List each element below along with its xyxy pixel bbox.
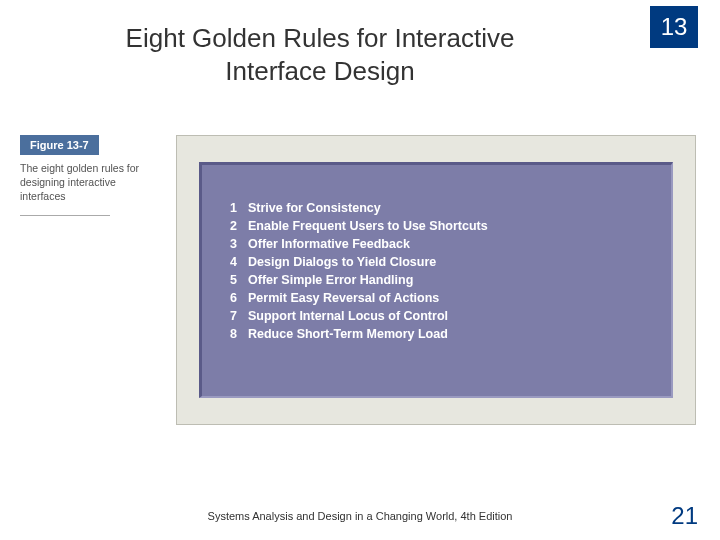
rule-number: 8 bbox=[230, 327, 248, 341]
rule-item: 2 Enable Frequent Users to Use Shortcuts bbox=[230, 219, 651, 233]
rule-item: 7 Support Internal Locus of Control bbox=[230, 309, 651, 323]
footer-text: Systems Analysis and Design in a Changin… bbox=[0, 510, 720, 522]
rule-number: 1 bbox=[230, 201, 248, 215]
rule-item: 8 Reduce Short-Term Memory Load bbox=[230, 327, 651, 341]
rule-text: Design Dialogs to Yield Closure bbox=[248, 255, 436, 269]
chapter-number-badge: 13 bbox=[650, 6, 698, 48]
rule-number: 2 bbox=[230, 219, 248, 233]
rule-number: 5 bbox=[230, 273, 248, 287]
rule-number: 4 bbox=[230, 255, 248, 269]
rule-item: 6 Permit Easy Reversal of Actions bbox=[230, 291, 651, 305]
rule-text: Permit Easy Reversal of Actions bbox=[248, 291, 439, 305]
rule-text: Reduce Short-Term Memory Load bbox=[248, 327, 448, 341]
figure-panel: 1 Strive for Consistency 2 Enable Freque… bbox=[176, 135, 696, 425]
rule-number: 6 bbox=[230, 291, 248, 305]
rule-number: 3 bbox=[230, 237, 248, 251]
rule-text: Strive for Consistency bbox=[248, 201, 381, 215]
rule-item: 5 Offer Simple Error Handling bbox=[230, 273, 651, 287]
rule-text: Offer Informative Feedback bbox=[248, 237, 410, 251]
page-number: 21 bbox=[671, 502, 698, 530]
figure-container: Figure 13-7 The eight golden rules for d… bbox=[20, 135, 700, 427]
rule-text: Enable Frequent Users to Use Shortcuts bbox=[248, 219, 488, 233]
rule-text: Support Internal Locus of Control bbox=[248, 309, 448, 323]
figure-caption: The eight golden rules for designing int… bbox=[20, 161, 150, 204]
rule-item: 4 Design Dialogs to Yield Closure bbox=[230, 255, 651, 269]
figure-label: Figure 13-7 bbox=[20, 135, 99, 155]
caption-divider bbox=[20, 215, 110, 216]
rules-box: 1 Strive for Consistency 2 Enable Freque… bbox=[199, 162, 673, 398]
rule-number: 7 bbox=[230, 309, 248, 323]
rule-text: Offer Simple Error Handling bbox=[248, 273, 413, 287]
rule-item: 3 Offer Informative Feedback bbox=[230, 237, 651, 251]
slide-title: Eight Golden Rules for Interactive Inter… bbox=[120, 22, 520, 87]
rule-item: 1 Strive for Consistency bbox=[230, 201, 651, 215]
